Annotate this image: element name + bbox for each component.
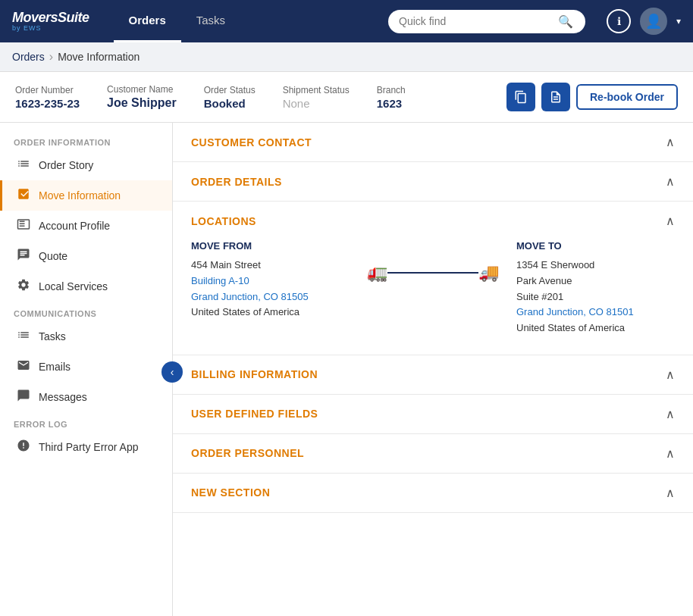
road-line — [387, 272, 478, 274]
move-from-box: MOVE FROM 454 Main Street Building A-10 … — [191, 240, 350, 321]
order-details-section[interactable]: ORDER DETAILS ∧ — [173, 162, 693, 202]
right-panel: CUSTOMER CONTACT ∧ ORDER DETAILS ∧ LOCAT… — [173, 123, 693, 616]
local-services-icon — [16, 278, 31, 295]
truck-road-line: 🚛 🚚 — [367, 263, 499, 283]
breadcrumb-current-page: Move Information — [58, 51, 140, 63]
breadcrumb: Orders › Move Information — [0, 42, 693, 72]
new-section-title: NEW SECTION — [191, 486, 270, 499]
sidebar-item-emails-label: Emails — [39, 361, 71, 373]
order-details-chevron: ∧ — [666, 174, 675, 189]
customer-contact-title: CUSTOMER CONTACT — [191, 136, 312, 149]
shipment-status-label: Shipment Status — [283, 85, 350, 95]
sidebar-item-local-services[interactable]: Local Services — [0, 271, 172, 302]
tasks-icon — [16, 328, 31, 345]
sidebar-item-third-party-error-app[interactable]: Third Party Error App — [0, 432, 172, 462]
sidebar-section-communications: COMMUNICATIONS — [0, 302, 172, 321]
nav-tab-tasks[interactable]: Tasks — [181, 0, 240, 42]
order-personnel-section[interactable]: ORDER PERSONNEL ∧ — [173, 434, 693, 474]
move-to-line2: Park Avenue — [516, 274, 675, 289]
sidebar-item-tasks-label: Tasks — [39, 330, 66, 342]
search-input[interactable] — [399, 15, 558, 27]
document-icon — [549, 90, 563, 104]
branch-value: 1623 — [377, 97, 406, 110]
account-profile-icon — [16, 217, 31, 234]
nav-tab-orders[interactable]: Orders — [114, 0, 181, 42]
breadcrumb-orders-link[interactable]: Orders — [12, 51, 45, 63]
sidebar-item-order-story-label: Order Story — [39, 159, 93, 171]
user-defined-fields-section[interactable]: USER DEFINED FIELDS ∧ — [173, 395, 693, 434]
branch-label: Branch — [377, 85, 406, 95]
move-to-line3: Suite #201 — [516, 289, 675, 305]
order-number-value: 1623-235-23 — [15, 97, 80, 110]
billing-information-section[interactable]: BILLING INFORMATION ∧ — [173, 355, 693, 395]
order-personnel-title: ORDER PERSONNEL — [191, 447, 304, 459]
move-from-line1: 454 Main Street — [191, 258, 350, 274]
search-icon: 🔍 — [558, 14, 573, 29]
info-icon-button[interactable]: ℹ — [607, 9, 631, 33]
copy-icon — [514, 90, 528, 104]
copy-button[interactable] — [506, 83, 535, 111]
truck-right-icon: 🚚 — [478, 263, 499, 283]
shipment-status-value: None — [283, 97, 350, 110]
top-navigation: MoversSuite by EWS Orders Tasks 🔍 ℹ 👤 ▾ — [0, 0, 693, 42]
sidebar-section-order-info: ORDER INFORMATION — [0, 130, 172, 150]
billing-information-chevron: ∧ — [666, 367, 675, 382]
move-to-country: United States of America — [516, 321, 675, 336]
move-from-address: 454 Main Street Building A-10 Grand Junc… — [191, 258, 350, 321]
order-header: Order Number 1623-235-23 Customer Name J… — [0, 72, 693, 123]
nav-tabs: Orders Tasks — [114, 0, 241, 42]
customer-name-label: Customer Name — [107, 84, 177, 95]
sidebar-item-move-information-label: Move Information — [39, 189, 121, 202]
truck-diagram: 🚛 🚚 — [350, 240, 516, 283]
sidebar-item-messages[interactable]: Messages — [0, 382, 172, 412]
customer-contact-section[interactable]: CUSTOMER CONTACT ∧ — [173, 123, 693, 162]
sidebar-item-emails[interactable]: Emails — [0, 352, 172, 382]
sidebar-section-error-log: ERROR LOG — [0, 412, 172, 432]
search-bar[interactable]: 🔍 — [388, 10, 585, 33]
main-content: ‹ ORDER INFORMATION Order Story Move Inf… — [0, 123, 693, 616]
billing-information-title: BILLING INFORMATION — [191, 368, 318, 380]
avatar-button[interactable]: 👤 — [640, 8, 667, 35]
order-personnel-chevron: ∧ — [666, 446, 675, 461]
logo-main-text: MoversSuite — [12, 11, 89, 24]
locations-chevron: ∧ — [666, 214, 675, 228]
order-story-icon — [16, 157, 31, 174]
order-status-label: Order Status — [204, 85, 256, 95]
emails-icon — [16, 358, 31, 375]
locations-content: MOVE FROM 454 Main Street Building A-10 … — [191, 240, 675, 336]
sidebar: ‹ ORDER INFORMATION Order Story Move Inf… — [0, 123, 173, 616]
sidebar-item-third-party-error-label: Third Party Error App — [39, 441, 139, 453]
move-to-box: MOVE TO 1354 E Sherwood Park Avenue Suit… — [516, 240, 675, 336]
move-to-label: MOVE TO — [516, 240, 675, 252]
shipment-status-field: Shipment Status None — [283, 85, 350, 110]
move-from-line2: Building A-10 — [191, 274, 350, 289]
order-details-title: ORDER DETAILS — [191, 176, 282, 188]
locations-section: LOCATIONS ∧ MOVE FROM 454 Main Street Bu… — [173, 202, 693, 355]
new-section-section[interactable]: NEW SECTION ∧ — [173, 474, 693, 513]
sidebar-item-messages-label: Messages — [39, 391, 87, 403]
locations-title: LOCATIONS — [191, 215, 256, 227]
document-button[interactable] — [541, 83, 570, 111]
sidebar-collapse-button[interactable]: ‹ — [161, 361, 183, 383]
user-defined-fields-title: USER DEFINED FIELDS — [191, 408, 318, 420]
sidebar-item-account-profile-label: Account Profile — [39, 220, 110, 232]
sidebar-item-move-information[interactable]: Move Information — [0, 180, 172, 211]
locations-header[interactable]: LOCATIONS ∧ — [191, 214, 675, 228]
sidebar-item-account-profile[interactable]: Account Profile — [0, 211, 172, 241]
customer-name-value: Joe Shipper — [107, 96, 177, 110]
order-status-value: Booked — [204, 97, 256, 110]
move-from-country: United States of America — [191, 305, 350, 321]
rebook-button[interactable]: Re-book Order — [576, 84, 678, 110]
sidebar-item-order-story[interactable]: Order Story — [0, 150, 172, 180]
order-number-field: Order Number 1623-235-23 — [15, 85, 80, 110]
move-from-city: Grand Junction, CO 81505 — [191, 289, 350, 305]
sidebar-item-quote-label: Quote — [39, 250, 67, 262]
sidebar-item-local-services-label: Local Services — [39, 280, 108, 292]
order-actions: Re-book Order — [506, 83, 678, 111]
nav-right-icons: ℹ 👤 ▾ — [607, 8, 681, 35]
user-defined-fields-chevron: ∧ — [666, 407, 675, 421]
move-information-icon — [16, 187, 31, 204]
sidebar-item-tasks[interactable]: Tasks — [0, 321, 172, 352]
sidebar-item-quote[interactable]: Quote — [0, 241, 172, 271]
avatar-dropdown-icon[interactable]: ▾ — [676, 16, 681, 27]
